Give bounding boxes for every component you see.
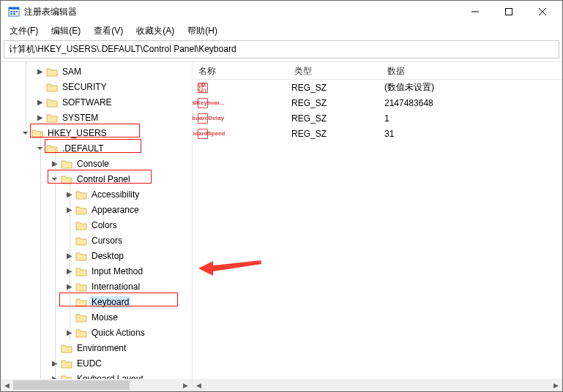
tree-item-keyboard-layout[interactable]: ▶Keyboard Layout [1, 371, 192, 379]
value-type: REG_SZ [288, 113, 381, 124]
folder-icon [75, 328, 87, 338]
tree-item-mouse[interactable]: Mouse [1, 309, 192, 325]
folder-icon [46, 67, 58, 77]
folder-icon [61, 174, 72, 184]
folder-icon [61, 374, 72, 380]
menu-edit[interactable]: 编辑(E) [45, 23, 86, 39]
tree-item-quick-actions[interactable]: ▶Quick Actions [1, 325, 192, 340]
scroll-left-icon[interactable]: ◀ [1, 379, 13, 391]
column-headers: 名称 类型 数据 [193, 62, 562, 80]
folder-icon [46, 82, 58, 92]
tree-item-software[interactable]: ▶SOFTWARE [1, 94, 192, 110]
value-type: REG_SZ [288, 83, 381, 93]
menu-bar: 文件(F) 编辑(E) 查看(V) 收藏夹(A) 帮助(H) [1, 23, 562, 39]
value-row[interactable]: KeyboardDelay REG_SZ 1 [193, 110, 562, 126]
address-bar[interactable]: 计算机\HKEY_USERS\.DEFAULT\Control Panel\Ke… [4, 40, 559, 59]
tree-item-security[interactable]: SECURITY [1, 79, 192, 94]
tree-item-default[interactable]: ⏷.DEFAULT [1, 140, 192, 156]
value-type: REG_SZ [288, 129, 381, 139]
scroll-right-icon[interactable]: ▶ [550, 379, 562, 391]
folder-icon [75, 251, 87, 261]
folder-icon [61, 358, 72, 369]
value-row[interactable]: KeyboardSpeed REG_SZ 31 [193, 126, 562, 141]
svg-rect-1 [9, 7, 19, 10]
folder-icon [31, 128, 43, 138]
menu-file[interactable]: 文件(F) [4, 23, 44, 39]
list-horizontal-scrollbar[interactable]: ◀ ▶ [193, 379, 562, 391]
svg-rect-6 [13, 13, 15, 15]
folder-icon [75, 235, 87, 246]
chevron-right-icon[interactable]: ▶ [36, 113, 45, 121]
column-name[interactable]: 名称 [193, 62, 288, 79]
string-value-icon: KeyboardDelay [197, 113, 209, 124]
value-data: (数值未设置) [381, 81, 562, 94]
tree-item-sam[interactable]: ▶SAM [1, 64, 192, 79]
tree-item-international[interactable]: ▶International [1, 279, 192, 294]
chevron-right-icon[interactable]: ▶ [36, 67, 45, 75]
svg-rect-4 [16, 11, 18, 12]
tree-item-appearance[interactable]: ▶Appearance [1, 202, 192, 217]
folder-icon [46, 113, 58, 123]
menu-favorites[interactable]: 收藏夹(A) [130, 23, 180, 39]
folder-icon [75, 312, 87, 323]
tree-item-input-method[interactable]: ▶Input Method [1, 263, 192, 279]
string-value-icon: (默认) [197, 83, 209, 93]
tree-item-console[interactable]: ▶Console [1, 156, 192, 171]
value-data: 31 [381, 129, 562, 139]
close-button[interactable] [526, 1, 559, 23]
chevron-down-icon[interactable]: ⏷ [21, 129, 30, 137]
string-value-icon: KeyboardSpeed [197, 129, 209, 139]
tree-item-accessibility[interactable]: ▶Accessibility [1, 186, 192, 202]
scroll-left-icon[interactable]: ◀ [193, 379, 205, 391]
window-title: 注册表编辑器 [24, 6, 458, 18]
value-row[interactable]: (默认) REG_SZ (数值未设置) [193, 80, 562, 95]
column-data[interactable]: 数据 [381, 62, 562, 79]
tree-item-environment[interactable]: Environment [1, 340, 192, 355]
value-data: 2147483648 [381, 98, 562, 108]
tree-item-colors[interactable]: Colors [1, 217, 192, 233]
tree-item-eudc[interactable]: ▶EUDC [1, 355, 192, 371]
svg-rect-8 [506, 9, 512, 15]
folder-icon [46, 97, 58, 108]
folder-icon [75, 266, 87, 276]
string-value-icon: InitialKeyboar... [197, 98, 209, 108]
svg-rect-2 [10, 11, 12, 12]
tree-item-keyboard[interactable]: Keyboard [1, 294, 192, 309]
folder-icon [75, 297, 87, 307]
folder-icon [75, 189, 87, 200]
tree-panel: ▶SAM SECURITY ▶SOFTWARE ▶SYSTEM ⏷HKEY_US… [1, 62, 193, 391]
maximize-button[interactable] [492, 1, 526, 23]
tree-horizontal-scrollbar[interactable]: ◀ ▶ [1, 379, 192, 391]
value-row[interactable]: InitialKeyboar... REG_SZ 2147483648 [193, 95, 562, 110]
folder-icon [75, 205, 87, 215]
tree-item-system[interactable]: ▶SYSTEM [1, 110, 192, 125]
folder-icon [75, 282, 87, 292]
values-panel: 名称 类型 数据 (默认) REG_SZ (数值未设置) InitialKeyb… [193, 62, 562, 391]
minimize-button[interactable] [458, 1, 492, 23]
folder-icon [61, 343, 72, 353]
svg-rect-3 [13, 11, 15, 12]
tree-item-control-panel[interactable]: ⏷Control Panel [1, 171, 192, 186]
svg-rect-5 [10, 13, 12, 15]
menu-view[interactable]: 查看(V) [88, 23, 129, 39]
value-data: 1 [381, 113, 562, 124]
scroll-right-icon[interactable]: ▶ [179, 379, 192, 391]
app-icon [8, 6, 20, 18]
tree-item-hkey-users[interactable]: ⏷HKEY_USERS [1, 125, 192, 140]
folder-icon [61, 159, 72, 169]
column-type[interactable]: 类型 [288, 62, 381, 79]
folder-icon [75, 220, 87, 230]
menu-help[interactable]: 帮助(H) [182, 23, 223, 39]
folder-icon [46, 143, 58, 154]
title-bar: 注册表编辑器 [1, 1, 562, 23]
tree-item-cursors[interactable]: Cursors [1, 233, 192, 248]
chevron-right-icon[interactable]: ▶ [36, 98, 45, 106]
tree-item-desktop[interactable]: ▶Desktop [1, 248, 192, 263]
value-type: REG_SZ [288, 98, 381, 108]
